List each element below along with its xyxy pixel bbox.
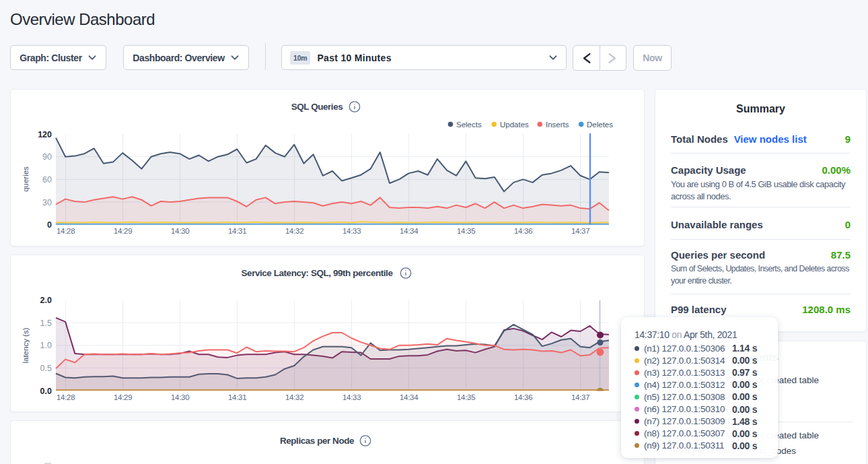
svg-text:14:30: 14:30: [171, 393, 189, 401]
svg-text:14:37: 14:37: [571, 227, 589, 235]
svg-text:14:32: 14:32: [285, 227, 303, 235]
svg-text:Inserts: Inserts: [546, 121, 569, 129]
svg-text:14:31: 14:31: [228, 227, 246, 235]
svg-text:60: 60: [42, 175, 52, 185]
svg-text:30: 30: [42, 198, 52, 207]
svg-text:14:33: 14:33: [342, 227, 361, 235]
svg-text:14:30: 14:30: [171, 227, 189, 235]
svg-text:Selects: Selects: [456, 121, 482, 129]
svg-text:14:36: 14:36: [514, 393, 532, 401]
svg-text:queries: queries: [22, 166, 30, 192]
svg-text:14:35: 14:35: [457, 227, 475, 235]
svg-text:14:31: 14:31: [228, 393, 246, 401]
svg-text:Deletes: Deletes: [587, 121, 613, 129]
svg-text:1.5: 1.5: [40, 319, 52, 328]
svg-text:14:34: 14:34: [400, 227, 419, 235]
svg-text:14:36: 14:36: [514, 227, 532, 235]
svg-text:14:34: 14:34: [400, 393, 419, 401]
svg-text:0.5: 0.5: [40, 364, 52, 373]
svg-text:14:37: 14:37: [571, 393, 589, 401]
svg-text:14:32: 14:32: [285, 393, 303, 401]
svg-text:14:29: 14:29: [114, 227, 132, 235]
svg-text:Updates: Updates: [500, 121, 529, 129]
svg-text:latency (s): latency (s): [22, 327, 30, 363]
svg-text:14:29: 14:29: [114, 393, 132, 401]
svg-text:14:33: 14:33: [342, 393, 361, 401]
svg-text:14:28: 14:28: [57, 227, 75, 235]
svg-text:14:35: 14:35: [457, 393, 475, 401]
svg-text:0: 0: [47, 220, 52, 230]
svg-text:2.0: 2.0: [40, 296, 52, 305]
svg-text:90: 90: [42, 152, 52, 162]
svg-text:0.0: 0.0: [40, 387, 52, 396]
svg-text:1.0: 1.0: [40, 341, 52, 350]
svg-text:14:28: 14:28: [57, 393, 75, 401]
svg-text:120: 120: [38, 130, 52, 139]
